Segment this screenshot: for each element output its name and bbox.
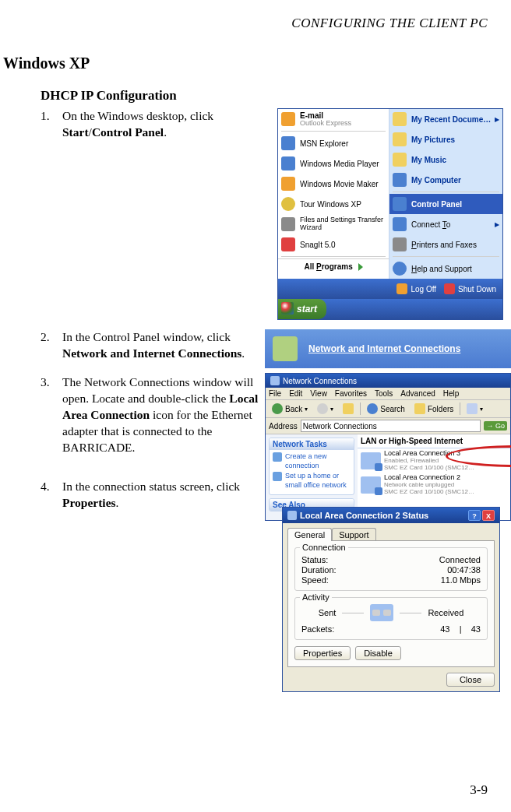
menu-favorites[interactable]: Favorites bbox=[335, 389, 367, 398]
start-item-recent-label: My Recent Documents bbox=[411, 115, 495, 124]
group-activity: Activity Sent Received Packets: bbox=[294, 597, 488, 640]
chevron-right-icon: ▶ bbox=[495, 221, 499, 228]
task-create-connection[interactable]: Create a new connection bbox=[273, 452, 351, 470]
menu-tools[interactable]: Tools bbox=[375, 389, 393, 398]
step-2: 2. In the Control Panel window, click Ne… bbox=[41, 329, 263, 362]
start-item-snagit[interactable]: SnagIt 5.0 bbox=[278, 234, 389, 255]
connection-2[interactable]: Local Area Connection 2 Network cable un… bbox=[358, 473, 510, 497]
fst-icon bbox=[281, 217, 295, 231]
tab-support[interactable]: Support bbox=[332, 528, 376, 541]
taskbar: start bbox=[278, 299, 502, 319]
start-item-fst[interactable]: Files and Settings Transfer Wizard bbox=[278, 214, 389, 234]
sent-label: Sent bbox=[319, 608, 337, 617]
help-button[interactable]: ? bbox=[468, 510, 481, 521]
menu-help[interactable]: Help bbox=[443, 389, 460, 398]
start-item-wmm[interactable]: Windows Movie Maker bbox=[278, 174, 389, 194]
duration-key: Duration: bbox=[301, 565, 337, 575]
start-item-control-panel[interactable]: Control Panel bbox=[389, 194, 502, 214]
start-item-tour-label: Tour Windows XP bbox=[300, 200, 386, 209]
menu-edit[interactable]: Edit bbox=[289, 389, 302, 398]
connection-3[interactable]: Local Area Connection 3 Enabled, Firewal… bbox=[358, 448, 510, 473]
step-4-number: 4. bbox=[41, 479, 62, 511]
step-1: 1. On the Windows desktop, click Start/C… bbox=[41, 108, 276, 141]
address-label: Address bbox=[269, 422, 298, 431]
chevron-right-icon: ▶ bbox=[495, 116, 499, 123]
start-item-music[interactable]: My Music bbox=[389, 149, 502, 170]
step-1-bold-start: Start bbox=[62, 125, 89, 139]
window-title-text: Network Connections bbox=[283, 377, 357, 385]
start-menu-right-column: My Recent Documents ▶ My Pictures My Mus… bbox=[389, 109, 502, 279]
network-connections-window: Network Connections File Edit View Favor… bbox=[265, 373, 511, 521]
back-label: Back bbox=[285, 405, 302, 413]
help-icon bbox=[393, 262, 407, 276]
screenshot-network: Network and Internet Connections Network… bbox=[265, 329, 511, 521]
start-button[interactable]: start bbox=[278, 299, 326, 319]
heading-dhcp: DHCP IP Configuration bbox=[41, 88, 488, 104]
start-item-email[interactable]: E-mail Outlook Express bbox=[278, 109, 389, 129]
back-button[interactable]: Back▾ bbox=[269, 402, 311, 415]
packets-sent: 43 bbox=[440, 624, 449, 634]
network-tasks-header: Network Tasks bbox=[270, 438, 354, 450]
logoff-icon bbox=[396, 283, 407, 294]
forward-button[interactable]: ▾ bbox=[314, 402, 337, 415]
start-item-connect[interactable]: Connect To ▶ bbox=[389, 214, 502, 234]
task-create-label: Create a new connection bbox=[285, 452, 351, 470]
properties-button[interactable]: Properties bbox=[294, 646, 351, 660]
start-item-msn[interactable]: MSN Explorer bbox=[278, 133, 389, 153]
start-item-snagit-label: SnagIt 5.0 bbox=[300, 241, 386, 249]
views-icon bbox=[467, 403, 478, 414]
address-input[interactable] bbox=[301, 420, 481, 432]
step-1-number: 1. bbox=[41, 108, 62, 141]
start-item-computer[interactable]: My Computer bbox=[389, 170, 502, 190]
shutdown-label: Shut Down bbox=[458, 285, 496, 294]
speed-key: Speed: bbox=[301, 575, 329, 585]
connection-status-dialog: Local Area Connection 2 Status ? X Gener… bbox=[282, 507, 500, 692]
start-item-pictures-label: My Pictures bbox=[411, 135, 499, 144]
speed-value: 11.0 Mbps bbox=[441, 575, 481, 585]
group-connection: Connection Status:Connected Duration:00:… bbox=[294, 547, 488, 591]
wmp-icon bbox=[281, 156, 295, 170]
search-icon bbox=[367, 403, 378, 414]
start-item-help[interactable]: Help and Support bbox=[389, 258, 502, 279]
start-item-tour[interactable]: Tour Windows XP bbox=[278, 194, 389, 214]
connect-icon bbox=[393, 217, 407, 231]
step-2-number: 2. bbox=[41, 329, 62, 362]
step-3: 3. The Network Connections window will o… bbox=[41, 374, 263, 456]
step-4: 4. In the connection status screen, clic… bbox=[41, 479, 263, 511]
start-item-music-label: My Music bbox=[411, 156, 499, 164]
folders-label: Folders bbox=[428, 405, 453, 413]
forward-icon bbox=[317, 403, 328, 414]
folders-button[interactable]: Folders bbox=[411, 402, 456, 415]
documents-icon bbox=[393, 112, 407, 126]
up-button[interactable] bbox=[340, 402, 357, 415]
start-all-programs[interactable]: All Programs bbox=[278, 258, 389, 274]
views-button[interactable]: ▾ bbox=[463, 402, 486, 415]
close-button[interactable]: X bbox=[482, 510, 495, 521]
start-item-recent[interactable]: My Recent Documents ▶ bbox=[389, 109, 502, 129]
shutdown-button[interactable]: Shut Down bbox=[444, 283, 496, 294]
disable-button[interactable]: Disable bbox=[355, 646, 401, 660]
wmm-icon bbox=[281, 177, 295, 191]
menu-view[interactable]: View bbox=[310, 389, 327, 398]
nic-banner[interactable]: Network and Internet Connections bbox=[265, 329, 511, 368]
close-dialog-button[interactable]: Close bbox=[446, 673, 495, 687]
triangle-icon bbox=[358, 263, 363, 271]
start-item-pictures[interactable]: My Pictures bbox=[389, 129, 502, 149]
step-1-text-a: On the Windows desktop, click bbox=[62, 109, 213, 122]
start-item-email-title: E-mail bbox=[300, 111, 386, 120]
go-button[interactable]: → Go bbox=[484, 421, 507, 431]
group-connection-title: Connection bbox=[300, 543, 348, 552]
start-item-printers[interactable]: Printers and Faxes bbox=[389, 234, 502, 255]
step-3-text-a: The Network Connections window will open… bbox=[62, 375, 253, 405]
shutdown-icon bbox=[444, 283, 455, 294]
search-button[interactable]: Search bbox=[364, 402, 408, 415]
logoff-button[interactable]: Log Off bbox=[396, 283, 436, 294]
menu-file[interactable]: File bbox=[269, 389, 281, 398]
task-home-network[interactable]: Set up a home or small office network bbox=[273, 472, 351, 490]
step-1-bold-cp: Control Panel bbox=[92, 125, 164, 139]
menu-advanced[interactable]: Advanced bbox=[400, 389, 435, 398]
address-bar: Address → Go bbox=[266, 418, 510, 434]
start-item-msn-label: MSN Explorer bbox=[300, 139, 386, 148]
tab-general[interactable]: General bbox=[287, 528, 332, 541]
start-item-wmp[interactable]: Windows Media Player bbox=[278, 153, 389, 174]
